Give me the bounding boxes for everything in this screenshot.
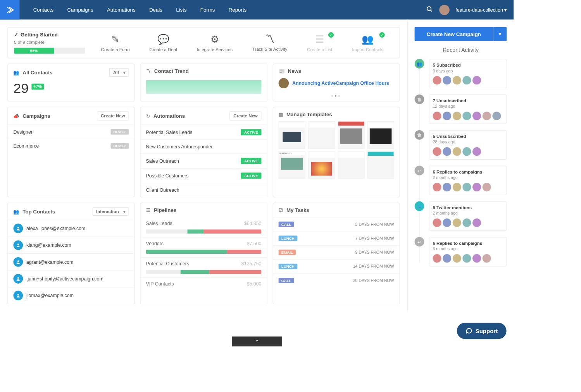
- megaphone-icon: 📣: [13, 113, 19, 119]
- activity-item[interactable]: 🗑 5 Unsubscribed28 days ago: [415, 130, 507, 160]
- support-button[interactable]: Support: [457, 323, 506, 339]
- activity-avatar: [433, 254, 441, 263]
- campaign-row[interactable]: EcommerceDRAFT: [8, 139, 134, 153]
- nav-campaigns[interactable]: Campaigns: [60, 0, 100, 19]
- activity-item[interactable]: 🗑 7 Unsubscribed12 days ago: [415, 95, 507, 124]
- template-thumbnail[interactable]: [338, 121, 364, 149]
- contact-avatar-icon: [13, 241, 23, 250]
- nav-reports[interactable]: Reports: [222, 0, 253, 19]
- activity-avatar: [433, 112, 441, 120]
- task-tag: EMAIL: [279, 249, 296, 255]
- campaign-row[interactable]: DesignerDRAFT: [8, 125, 134, 139]
- nav-deals[interactable]: Deals: [142, 0, 169, 19]
- create-dropdown-button[interactable]: ▾: [493, 27, 507, 41]
- activity-item[interactable]: 🐦 5 Twitter mentions2 months ago: [415, 201, 507, 231]
- task-row[interactable]: CALL3 DAYS FROM NOW: [273, 217, 400, 231]
- draft-tag: DRAFT: [110, 143, 129, 149]
- automation-row[interactable]: Sales OutreachACTIVE: [140, 153, 267, 168]
- contact-avatar-icon: [13, 274, 23, 284]
- pipeline-bar: [146, 249, 262, 254]
- svg-point-3: [17, 244, 19, 245]
- news-headline-link[interactable]: Announcing ActiveCampaign Office Hours: [292, 81, 389, 86]
- template-thumbnail[interactable]: [308, 121, 335, 149]
- activity-avatar: [472, 218, 481, 227]
- activity-avatar: [462, 218, 471, 227]
- activity-avatar: [483, 112, 491, 120]
- users-icon: 👥: [362, 33, 374, 45]
- contact-row[interactable]: jlomax@example.com: [8, 287, 134, 304]
- contacts-filter-dropdown[interactable]: All: [109, 68, 129, 77]
- automation-row[interactable]: Possible CustomersACTIVE: [140, 168, 267, 183]
- gs-item-import-contacts[interactable]: 👥Import Contacts✓: [352, 33, 383, 52]
- gs-item-integrate-services[interactable]: ⚙Integrate Services: [197, 33, 233, 52]
- check-icon: ✓: [328, 32, 334, 38]
- user-menu[interactable]: feature-data-collection ▾: [455, 7, 507, 12]
- activity-avatar: [443, 218, 451, 227]
- task-row[interactable]: LUNCH14 DAYS FROM NOW: [273, 259, 400, 273]
- contact-row[interactable]: klang@example.com: [8, 237, 134, 253]
- activity-avatar: [443, 147, 451, 156]
- search-icon[interactable]: [426, 6, 433, 14]
- gs-item-create-a-deal[interactable]: 💬Create a Deal: [150, 33, 177, 52]
- gs-item-create-a-form[interactable]: ✎Create a Form: [101, 33, 130, 52]
- chat-icon: 💬: [157, 33, 169, 45]
- template-thumbnail[interactable]: [308, 151, 335, 179]
- activity-item[interactable]: 👥 5 Subscribed3 days ago: [415, 59, 507, 88]
- activity-avatar: [472, 183, 481, 191]
- progress-text: 5 of 9 complete: [14, 40, 85, 45]
- users-icon: 👥: [415, 59, 424, 69]
- gs-item-track-site-activity[interactable]: 〽Track Site Activity: [252, 34, 287, 52]
- user-avatar[interactable]: [439, 5, 450, 15]
- task-row[interactable]: EMAIL9 DAYS FROM NOW: [273, 245, 400, 259]
- task-row[interactable]: LUNCH7 DAYS FROM NOW: [273, 231, 400, 245]
- activity-avatar: [462, 112, 471, 120]
- top-nav: ContactsCampaignsAutomationsDealsListsFo…: [0, 0, 514, 19]
- activity-avatar: [433, 218, 441, 227]
- contact-row[interactable]: agrant@example.com: [8, 253, 134, 270]
- pipeline-row[interactable]: VIP Contacts$5,000: [140, 278, 267, 290]
- gs-item-create-a-list[interactable]: ☰Create a List✓: [307, 33, 332, 52]
- templates-card: ▦ Manage Templates: [273, 107, 400, 197]
- activity-item[interactable]: ↩ 6 Replies to campaigns3 months ago: [415, 237, 507, 266]
- activity-avatar: [472, 254, 481, 263]
- contact-row[interactable]: alexa_jones@example.com: [8, 220, 134, 237]
- users-icon: 👥: [13, 209, 19, 214]
- nav-automations[interactable]: Automations: [100, 0, 142, 19]
- campaigns-card: 📣 Campaigns Create New DesignerDRAFTEcom…: [7, 107, 134, 197]
- create-new-campaign-button[interactable]: Create New Campaign: [415, 27, 493, 41]
- template-thumbnail[interactable]: [367, 121, 394, 149]
- nav-contacts[interactable]: Contacts: [26, 0, 60, 19]
- top-contacts-filter-dropdown[interactable]: Interaction: [92, 207, 129, 216]
- nav-forms[interactable]: Forms: [193, 0, 222, 19]
- pipeline-row[interactable]: Sales Leads$64,350: [140, 217, 267, 229]
- create-campaign-button[interactable]: Create New: [97, 111, 129, 120]
- contact-row[interactable]: tjahn+shopify@activecampaign.com: [8, 270, 134, 287]
- template-thumbnail[interactable]: [279, 121, 305, 149]
- activity-item[interactable]: ↩ 6 Replies to campaigns2 months ago: [415, 166, 507, 195]
- activity-avatar: [483, 183, 491, 191]
- contact-trend-title: Contact Trend: [154, 68, 189, 74]
- users-icon: 👥: [13, 70, 19, 75]
- activity-avatar: [472, 112, 481, 120]
- news-pagination-dots[interactable]: ●●●: [273, 94, 400, 101]
- automation-row[interactable]: New Customers Autoresponder: [140, 139, 267, 153]
- expand-button[interactable]: ⌃: [232, 337, 282, 347]
- pipeline-row[interactable]: Vendors$7,500: [140, 237, 267, 250]
- activity-avatar: [483, 254, 491, 263]
- pipeline-row[interactable]: Potential Customers$125,750: [140, 258, 267, 270]
- activity-avatar: [453, 112, 461, 120]
- activity-avatar: [453, 254, 461, 263]
- activity-avatar: [492, 112, 501, 120]
- template-thumbnail[interactable]: [279, 151, 305, 179]
- template-thumbnail[interactable]: [338, 151, 364, 179]
- getting-started-title: Getting Started: [14, 31, 85, 38]
- automation-row[interactable]: Client Outreach: [140, 183, 267, 197]
- logo[interactable]: [0, 0, 19, 19]
- template-thumbnail[interactable]: [367, 151, 394, 179]
- automation-row[interactable]: Potential Sales LeadsACTIVE: [140, 125, 267, 139]
- nav-lists[interactable]: Lists: [169, 0, 194, 19]
- task-row[interactable]: CALL30 DAYS FROM NOW: [273, 273, 400, 287]
- activity-avatar: [462, 254, 471, 263]
- create-automation-button[interactable]: Create New: [229, 111, 261, 120]
- svg-point-2: [17, 227, 19, 229]
